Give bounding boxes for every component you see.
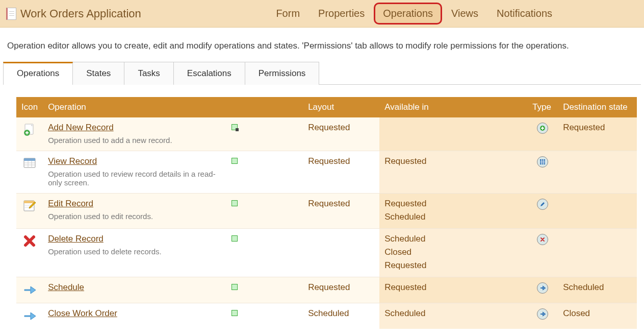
destination-cell: Requested [558, 117, 637, 151]
marker-cell [226, 151, 303, 194]
add-record-icon [22, 124, 37, 134]
column-header: Destination state [558, 97, 637, 117]
available-in-cell: Requested [379, 151, 527, 194]
status-marker-icon [231, 235, 238, 242]
operation-link[interactable]: Delete Record [48, 234, 104, 244]
operations-table: IconOperationLayoutAvailable inTypeDesti… [16, 97, 637, 329]
operation-link[interactable]: Close Work Order [48, 308, 117, 318]
available-in-cell: Scheduled [379, 303, 527, 329]
edit-record-icon [22, 200, 37, 210]
app-icon [6, 8, 16, 20]
operations-table-wrap: IconOperationLayoutAvailable inTypeDesti… [16, 97, 637, 329]
marker-cell [226, 277, 303, 303]
view-record-icon [22, 158, 37, 167]
available-in-value: Requested [384, 282, 522, 293]
arrow-icon [22, 310, 37, 320]
available-in-value: Scheduled [384, 234, 522, 244]
operation-description: Operation used to review record details … [48, 170, 221, 187]
subtab-escalations[interactable]: Escalations [173, 62, 245, 85]
destination-cell: Scheduled [558, 277, 637, 303]
svg-rect-3 [540, 159, 545, 164]
type-cell [527, 303, 558, 329]
operation-icon-cell [16, 277, 43, 303]
type-arrow-circle-icon [537, 308, 548, 320]
available-in-cell [379, 117, 527, 151]
operation-description: Operation used to add a new record. [48, 136, 221, 145]
operation-link[interactable]: Edit Record [48, 199, 93, 208]
operation-cell: View RecordOperation used to review reco… [43, 151, 226, 194]
subtab-operations[interactable]: Operations [3, 62, 73, 85]
marker-cell [226, 194, 303, 229]
svg-rect-2 [542, 127, 543, 130]
column-header [226, 97, 303, 117]
column-header: Icon [16, 97, 43, 117]
operation-icon-cell [16, 117, 43, 151]
status-marker-icon [231, 158, 238, 164]
app-title: Work Orders Application [20, 7, 141, 20]
available-in-cell: Requested [379, 277, 527, 303]
operation-description: Operation used to delete records. [48, 247, 221, 256]
column-header: Operation [43, 97, 226, 117]
subtab-tasks[interactable]: Tasks [124, 62, 173, 85]
operation-icon-cell [16, 303, 43, 329]
operation-cell: Edit RecordOperation used to edit record… [43, 194, 226, 229]
marker-cell [226, 229, 303, 277]
layout-cell: Requested [303, 194, 379, 229]
column-header: Type [527, 97, 558, 117]
type-cell [527, 229, 558, 277]
operation-link[interactable]: Add New Record [48, 123, 114, 132]
destination-cell [558, 151, 637, 194]
subtabs: OperationsStatesTasksEscalationsPermissi… [3, 61, 641, 85]
layout-cell: Requested [303, 151, 379, 194]
available-in-cell: RequestedScheduled [379, 194, 527, 229]
operation-icon-cell [16, 229, 43, 277]
table-row: Add New RecordOperation used to add a ne… [16, 117, 637, 151]
delete-record-icon [22, 235, 37, 245]
table-row: Delete RecordOperation used to delete re… [16, 229, 637, 277]
marker-cell [226, 117, 303, 151]
operation-icon-cell [16, 151, 43, 194]
available-in-value: Requested [384, 199, 522, 209]
header-bar: Work Orders Application FormPropertiesOp… [0, 0, 644, 28]
column-header: Layout [303, 97, 379, 117]
status-marker-icon [231, 284, 238, 290]
layout-cell: Scheduled [303, 303, 379, 329]
status-marker-icon [231, 124, 238, 130]
available-in-value: Requested [384, 260, 522, 271]
type-cell [527, 151, 558, 194]
arrow-icon [22, 284, 37, 294]
destination-cell [558, 194, 637, 229]
type-cell [527, 194, 558, 229]
nav-tab-operations[interactable]: Operations [374, 3, 442, 25]
available-in-cell: ScheduledClosedRequested [379, 229, 527, 277]
subtab-states[interactable]: States [72, 62, 124, 85]
operation-description: Operation used to edit records. [48, 212, 221, 221]
available-in-value: Scheduled [384, 308, 522, 319]
layout-cell: Requested [303, 117, 379, 151]
type-grid-icon [537, 156, 548, 167]
nav-tab-properties[interactable]: Properties [309, 3, 374, 25]
operation-link[interactable]: Schedule [48, 282, 84, 292]
operation-cell: Close Work Order [43, 303, 226, 329]
destination-cell: Closed [558, 303, 637, 329]
nav-tab-form[interactable]: Form [267, 3, 309, 25]
type-plus-icon [537, 123, 548, 134]
status-marker-icon [231, 310, 238, 316]
layout-cell: Requested [303, 277, 379, 303]
nav-tab-views[interactable]: Views [442, 3, 487, 25]
table-row: ScheduleRequestedRequestedScheduled [16, 277, 637, 303]
nav-tabs: FormPropertiesOperationsViewsNotificatio… [267, 3, 561, 25]
operation-cell: Schedule [43, 277, 226, 303]
subtab-permissions[interactable]: Permissions [245, 62, 320, 85]
column-header: Available in [379, 97, 527, 117]
table-row: Edit RecordOperation used to edit record… [16, 194, 637, 229]
nav-tab-notifications[interactable]: Notifications [487, 3, 561, 25]
operation-cell: Add New RecordOperation used to add a ne… [43, 117, 226, 151]
operation-icon-cell [16, 194, 43, 229]
status-marker-icon [231, 200, 238, 206]
available-in-value: Closed [384, 247, 522, 257]
available-in-value: Requested [384, 156, 522, 166]
table-row: View RecordOperation used to review reco… [16, 151, 637, 194]
table-row: Close Work OrderScheduledScheduledClosed [16, 303, 637, 329]
operation-link[interactable]: View Record [48, 156, 97, 166]
